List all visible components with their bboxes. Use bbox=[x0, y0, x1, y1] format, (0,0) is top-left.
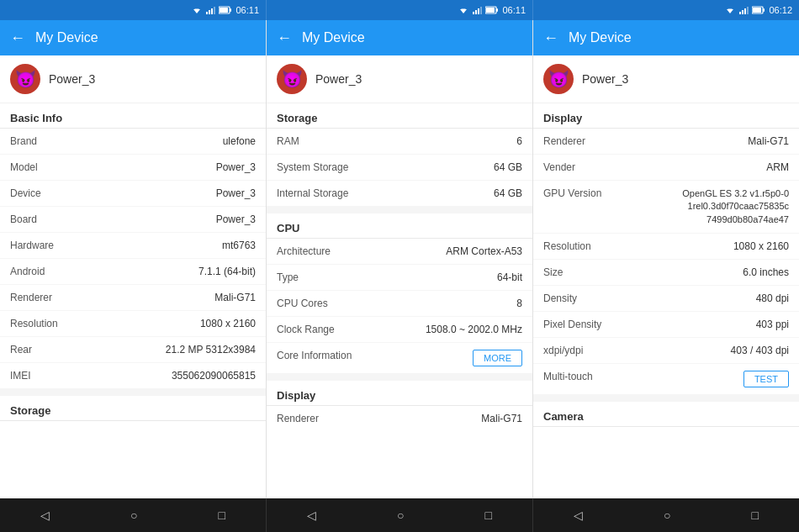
content-1: StorageRAM6System Storage64 GBInternal S… bbox=[267, 103, 532, 498]
info-row-0-0-1: ModelPower_3 bbox=[0, 155, 266, 181]
info-label-2-0-2: GPU Version bbox=[543, 187, 619, 199]
info-row-1-1-3: Clock Range1508.0 ~ 2002.0 MHz bbox=[267, 317, 532, 343]
status-bar-1: 06:11 bbox=[267, 0, 533, 20]
time-0: 06:11 bbox=[235, 5, 259, 15]
info-label-1-0-0: RAM bbox=[277, 135, 352, 147]
status-icons-2 bbox=[725, 5, 765, 15]
panel-0: ← My Device 😈 Power_3 Basic InfoBrandule… bbox=[0, 20, 267, 498]
back-button-2[interactable]: ← bbox=[543, 29, 558, 47]
info-label-1-2-0: Renderer bbox=[277, 413, 352, 424]
toolbar-title-1: My Device bbox=[302, 30, 365, 45]
info-value-1-0-1: 64 GB bbox=[352, 161, 522, 173]
avatar-2: 😈 bbox=[543, 64, 574, 94]
svg-rect-17 bbox=[486, 8, 495, 13]
divider-0-1 bbox=[0, 420, 266, 421]
info-value-0-0-2: Power_3 bbox=[86, 187, 256, 199]
info-label-0-0-7: Resolution bbox=[10, 318, 86, 329]
svg-rect-7 bbox=[230, 8, 231, 12]
info-label-0-0-2: Device bbox=[10, 187, 86, 199]
time-2: 06:12 bbox=[769, 5, 792, 15]
nav-home-2[interactable]: ○ bbox=[657, 505, 677, 525]
content-2: DisplayRendererMali-G71VenderARMGPU Vers… bbox=[533, 103, 799, 498]
toolbar-title-2: My Device bbox=[569, 30, 632, 45]
section-gap-0-1 bbox=[0, 389, 266, 396]
battery-icon bbox=[485, 5, 499, 15]
info-row-0-0-2: DevicePower_3 bbox=[0, 181, 266, 207]
nav-back-0[interactable]: ◁ bbox=[34, 505, 56, 525]
info-row-2-0-0: RendererMali-G71 bbox=[533, 129, 799, 155]
info-label-1-1-2: CPU Cores bbox=[277, 298, 352, 309]
info-value-2-0-6: 403 ppi bbox=[619, 319, 789, 330]
info-label-0-0-4: Hardware bbox=[10, 240, 86, 251]
info-row-0-0-3: BoardPower_3 bbox=[0, 207, 266, 233]
signal-icon bbox=[472, 5, 482, 15]
info-row-2-0-2: GPU VersionOpenGL ES 3.2 v1.r5p0-0 1rel0… bbox=[533, 181, 799, 234]
info-label-1-0-2: Internal Storage bbox=[277, 187, 352, 199]
info-value-0-0-6: Mali-G71 bbox=[86, 292, 256, 303]
profile-name-0: Power_3 bbox=[49, 72, 95, 86]
info-value-0-0-8: 21.2 MP 5312x3984 bbox=[86, 344, 256, 356]
nav-recent-1[interactable]: □ bbox=[479, 505, 499, 525]
info-label-2-0-8: Multi-touch bbox=[543, 371, 619, 382]
time-1: 06:11 bbox=[502, 5, 526, 15]
info-row-2-0-5: Density480 dpi bbox=[533, 286, 799, 312]
info-value-0-0-0: ulefone bbox=[86, 135, 256, 147]
nav-home-0[interactable]: ○ bbox=[124, 505, 144, 525]
nav-back-1[interactable]: ◁ bbox=[300, 505, 323, 525]
profile-row-2: 😈 Power_3 bbox=[533, 55, 799, 103]
info-value-1-2-0: Mali-G71 bbox=[352, 413, 522, 424]
info-row-2-0-4: Size6.0 inches bbox=[533, 260, 799, 286]
info-label-1-1-3: Clock Range bbox=[277, 324, 352, 335]
status-icons-1 bbox=[458, 5, 499, 15]
nav-home-1[interactable]: ○ bbox=[390, 505, 410, 525]
info-label-0-0-6: Renderer bbox=[10, 292, 86, 303]
info-row-0-0-5: Android7.1.1 (64-bit) bbox=[0, 259, 266, 285]
info-label-1-1-1: Type bbox=[277, 271, 352, 283]
status-icons-0 bbox=[192, 5, 232, 15]
info-row-2-0-6: Pixel Density403 ppi bbox=[533, 312, 799, 338]
section-gap-1-2 bbox=[267, 374, 532, 381]
avatar-1: 😈 bbox=[277, 64, 307, 94]
section-gap-2-1 bbox=[533, 395, 799, 402]
info-row-0-0-8: Rear21.2 MP 5312x3984 bbox=[0, 337, 266, 363]
svg-rect-25 bbox=[763, 8, 765, 12]
info-value-2-0-2: OpenGL ES 3.2 v1.r5p0-0 1rel0.3d0f70caac… bbox=[619, 187, 789, 226]
info-row-1-0-0: RAM6 bbox=[267, 129, 532, 155]
wifi-icon bbox=[725, 5, 735, 15]
info-row-1-0-1: System Storage64 GB bbox=[267, 155, 532, 181]
info-label-2-0-4: Size bbox=[543, 266, 619, 278]
info-label-1-1-4: Core Information bbox=[277, 350, 352, 361]
info-row-1-1-4: Core InformationMORE bbox=[267, 343, 532, 374]
profile-name-1: Power_3 bbox=[315, 72, 362, 86]
info-row-0-0-9: IMEI355062090065815 bbox=[0, 363, 266, 389]
panels-container: ← My Device 😈 Power_3 Basic InfoBrandule… bbox=[0, 20, 799, 498]
bottom-nav-0: ◁○□ bbox=[0, 498, 267, 532]
back-button-0[interactable]: ← bbox=[10, 29, 25, 47]
wifi-icon bbox=[458, 5, 468, 15]
info-label-0-0-0: Brand bbox=[10, 135, 86, 147]
info-value-0-0-1: Power_3 bbox=[86, 161, 256, 173]
info-row-1-2-0: RendererMali-G71 bbox=[267, 406, 532, 431]
battery-icon bbox=[752, 5, 765, 15]
test-button-2-0-8[interactable]: TEST bbox=[743, 371, 789, 387]
avatar-0: 😈 bbox=[10, 64, 40, 94]
svg-rect-3 bbox=[209, 10, 210, 14]
svg-rect-16 bbox=[496, 8, 498, 12]
profile-name-2: Power_3 bbox=[582, 72, 628, 86]
info-label-0-0-1: Model bbox=[10, 161, 86, 173]
svg-rect-12 bbox=[475, 10, 477, 14]
nav-recent-2[interactable]: □ bbox=[745, 505, 765, 525]
section-header-0-1: Storage bbox=[0, 396, 266, 420]
info-value-0-0-4: mt6763 bbox=[86, 240, 256, 251]
info-label-2-0-5: Density bbox=[543, 292, 619, 304]
nav-back-2[interactable]: ◁ bbox=[567, 505, 590, 525]
info-row-1-0-2: Internal Storage64 GB bbox=[267, 181, 532, 207]
svg-rect-11 bbox=[473, 12, 474, 14]
info-label-2-0-7: xdpi/ydpi bbox=[543, 345, 619, 356]
info-value-2-0-3: 1080 x 2160 bbox=[619, 240, 789, 252]
wifi-icon bbox=[192, 5, 202, 15]
more-button-1-1-4[interactable]: MORE bbox=[473, 350, 522, 366]
back-button-1[interactable]: ← bbox=[277, 29, 292, 47]
nav-recent-0[interactable]: □ bbox=[212, 505, 232, 525]
svg-rect-26 bbox=[753, 8, 761, 13]
